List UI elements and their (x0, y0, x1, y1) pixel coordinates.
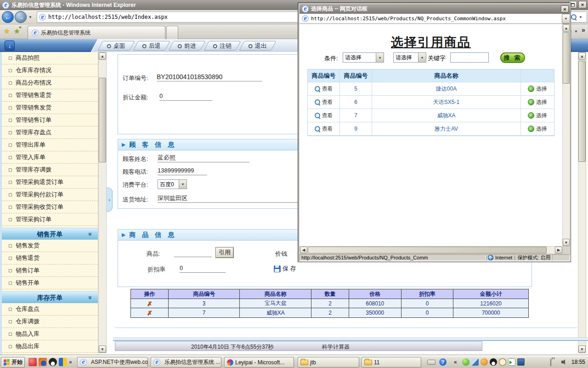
sidebar-item[interactable]: 管理库存调拨 (2, 164, 98, 176)
scroll-thumb[interactable] (563, 32, 570, 84)
select-cell[interactable]: 选择 (521, 109, 554, 122)
sidebar-item[interactable]: 管理销售发货 (2, 102, 98, 114)
sidebar-item[interactable]: 销售订单 (2, 264, 98, 277)
tray-icon-document[interactable] (471, 358, 479, 366)
product-value[interactable] (174, 249, 212, 257)
sidebar-item[interactable]: 管理采购付款订单 (2, 189, 98, 201)
tray-icon-task[interactable] (508, 358, 515, 366)
keyboard-layout-icon[interactable] (427, 360, 435, 365)
condition-select-1[interactable]: 请选择 (343, 52, 384, 63)
scroll-down-button[interactable] (578, 345, 586, 353)
delete-icon[interactable] (147, 300, 153, 307)
sidebar-item[interactable]: 物品出库 (2, 340, 98, 353)
history-dropdown-icon[interactable] (28, 15, 32, 19)
search-box[interactable] (569, 12, 587, 23)
sidebar-item[interactable]: 管理采购订单 (2, 213, 98, 226)
sidebar-item[interactable]: 管理销售订单 (2, 114, 98, 126)
customer-name-value[interactable]: 蓝必照 (158, 154, 249, 162)
sidebar-collapse-handle[interactable] (107, 188, 113, 212)
search-button[interactable]: 搜 索 (500, 52, 525, 63)
download-icon[interactable] (5, 40, 15, 51)
view-cell[interactable]: 查看 (308, 96, 340, 109)
nav-button[interactable]: 退出 (239, 41, 276, 51)
discount-amount-value[interactable]: 0 (159, 92, 212, 101)
collapse-chevron-icon[interactable] (85, 232, 96, 236)
delete-icon[interactable] (147, 309, 153, 316)
tray-icon-orange[interactable] (481, 358, 488, 366)
tray-expand-icon[interactable] (454, 359, 457, 365)
tray-icon-network[interactable] (517, 358, 525, 366)
dialog-titlebar[interactable]: e 选择商品 -- 网页对话框 (300, 4, 570, 14)
content-scrollbar[interactable] (578, 52, 586, 353)
product-name-link[interactable]: 威驰XA (372, 109, 521, 122)
scroll-thumb[interactable] (308, 247, 547, 253)
view-cell[interactable]: 查看 (308, 109, 340, 122)
usb-tray-icon[interactable] (550, 359, 551, 366)
save-button[interactable]: 保 存 (274, 264, 296, 273)
close-button[interactable] (578, 1, 587, 8)
tray-icon-qq[interactable] (490, 358, 497, 366)
sidebar-item[interactable]: 管理库存盘点 (2, 126, 98, 139)
sidebar-item[interactable]: 管理采购收货订单 (2, 201, 98, 213)
sidebar-item[interactable]: 销售退货 (2, 252, 98, 264)
scroll-right-button[interactable] (555, 247, 562, 253)
scroll-left-button[interactable] (300, 247, 307, 253)
scroll-down-button[interactable] (563, 239, 570, 246)
product-name-link[interactable]: 天语SX5-1 (372, 96, 521, 109)
task-button-4[interactable]: jtb (298, 357, 359, 368)
discount-rate-value[interactable]: 0 (180, 264, 226, 273)
sidebar-item[interactable]: 仓库盘点 (2, 303, 98, 316)
sidebar-item[interactable]: 销售开单 (2, 277, 98, 289)
add-favorite-icon[interactable] (14, 27, 20, 35)
task-button-1[interactable]: e ASP.NET中使用web.co... (77, 357, 148, 368)
favorites-star-icon[interactable] (4, 27, 10, 35)
help-tray-icon[interactable]: ? (439, 358, 447, 366)
select-cell[interactable]: 选择 (521, 122, 554, 136)
cite-button[interactable]: 引用 (215, 247, 234, 258)
sidebar-item[interactable]: 物品入库 (2, 328, 98, 340)
product-name-link[interactable]: 雅力士AV (372, 122, 521, 136)
nav-button[interactable]: 桌面 (97, 41, 135, 51)
quicklaunch-overflow-icon[interactable] (69, 359, 72, 365)
tray-icon-clock[interactable] (499, 358, 506, 366)
footer-calculator-link[interactable]: 科学计算器 (322, 343, 350, 351)
back-button[interactable] (2, 11, 14, 23)
toolbar-dropdown-icon[interactable] (574, 29, 578, 34)
scroll-up-button[interactable] (563, 24, 570, 32)
sidebar-item[interactable]: 仓库调拨 (2, 316, 98, 328)
scroll-thumb[interactable] (99, 78, 106, 162)
scroll-up-button[interactable] (99, 52, 106, 60)
quicklaunch-player-icon[interactable] (28, 358, 37, 366)
collapse-chevron-icon[interactable] (85, 296, 96, 299)
sidebar-item[interactable]: 管理销售退货 (2, 89, 98, 102)
sidebar-item[interactable]: 商品分布情况 (2, 77, 98, 89)
view-cell[interactable]: 查看 (308, 82, 340, 96)
new-tab-stub[interactable] (166, 26, 178, 39)
start-button[interactable]: 开始 (1, 357, 25, 368)
sidebar-item[interactable]: 管理采购退货订单 (2, 176, 98, 189)
nav-button[interactable]: 后退 (133, 41, 170, 51)
platform-select[interactable]: 百度0 (158, 179, 187, 189)
sidebar-item[interactable]: 管理出库单 (2, 139, 98, 151)
sidebar-section-stock[interactable]: 库存开单 (2, 291, 98, 303)
toolbar-overflow-icon[interactable] (582, 26, 585, 34)
scroll-thumb[interactable] (578, 61, 586, 162)
sidebar-item[interactable]: 销售发货 (2, 240, 98, 252)
nav-button[interactable]: 注销 (204, 41, 241, 51)
select-cell[interactable]: 选择 (521, 82, 554, 96)
dialog-close-button[interactable] (561, 6, 569, 12)
product-name-link[interactable]: 捷达00A (372, 82, 521, 96)
quicklaunch-qq-icon[interactable] (49, 358, 57, 366)
address-dropdown-button[interactable] (562, 14, 570, 23)
sidebar-item[interactable]: 管理入库单 (2, 151, 98, 164)
quicklaunch-firefox-icon[interactable] (39, 358, 47, 366)
sidebar-item[interactable]: 商品拍照 (2, 52, 98, 64)
task-button-2[interactable]: e 乐易拍信息管理系统 ... (151, 357, 221, 368)
scroll-up-button[interactable] (578, 52, 586, 60)
dialog-scrollbar-horizontal[interactable] (300, 246, 562, 254)
task-button-3[interactable]: Leyipai - Microsoft... (224, 357, 294, 368)
select-cell[interactable]: 选择 (521, 96, 554, 109)
scroll-down-button[interactable] (99, 345, 106, 353)
view-cell[interactable]: 查看 (308, 122, 340, 136)
order-no-value[interactable]: BY2010041018530890 (157, 73, 262, 81)
